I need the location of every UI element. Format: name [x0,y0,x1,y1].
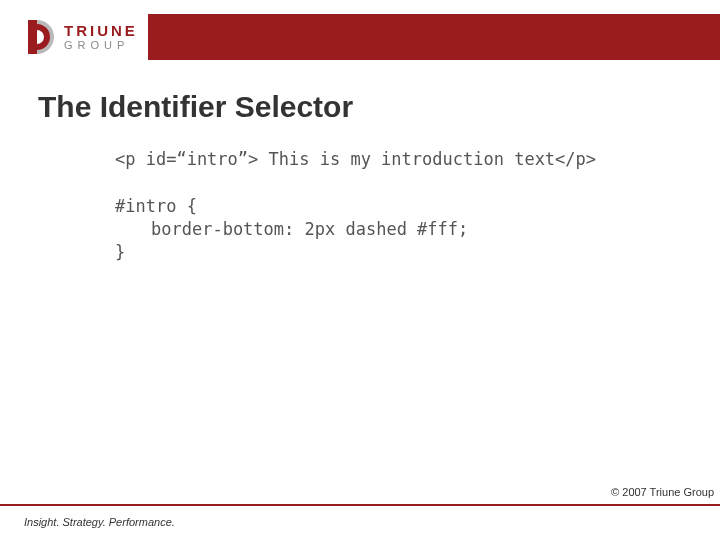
svg-rect-0 [28,20,37,54]
css-rule: border-bottom: 2px dashed #fff; [115,218,720,241]
css-example-code: #intro { border-bottom: 2px dashed #fff;… [115,195,720,264]
logo: TRIUNE GROUP [0,14,148,60]
css-close: } [115,242,125,262]
footer-divider [0,504,720,506]
logo-mark-icon [28,20,58,54]
logo-line2: GROUP [64,40,138,51]
slide-content: <p id=“intro”> This is my introduction t… [0,124,720,264]
header-bar [148,14,720,60]
slide-header: TRIUNE GROUP [0,0,720,60]
logo-line1: TRIUNE [64,23,138,38]
slide-title: The Identifier Selector [0,60,720,124]
logo-text: TRIUNE GROUP [64,23,138,51]
css-open: #intro { [115,196,197,216]
copyright: © 2007 Triune Group [611,486,714,498]
html-example-code: <p id=“intro”> This is my introduction t… [115,148,720,171]
tagline: Insight. Strategy. Performance. [24,516,175,528]
